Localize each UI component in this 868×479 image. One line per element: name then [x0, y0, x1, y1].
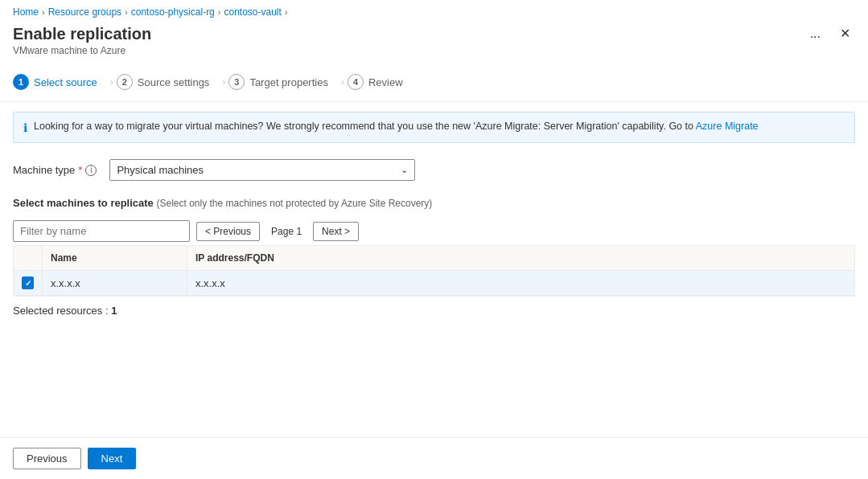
step-divider-2: › [219, 76, 228, 88]
machine-type-select[interactable]: Physical machines ⌄ [109, 159, 415, 181]
footer: Previous Next [0, 437, 868, 479]
table-row[interactable]: x.x.x.x x.x.x.x [14, 271, 854, 296]
breadcrumb-sep-3: › [218, 7, 221, 17]
panel-header-actions: ... ✕ [805, 24, 855, 43]
th-checkbox [14, 246, 43, 270]
panel-header: Enable replication VMware machine to Azu… [0, 21, 868, 63]
step-num-2: 2 [117, 74, 133, 90]
step-label-2: Source settings [138, 76, 210, 88]
th-name: Name [43, 246, 187, 270]
wizard-step-1[interactable]: 1 Select source [13, 69, 107, 95]
machine-type-label-text: Machine type [13, 164, 75, 176]
step-num-4: 4 [348, 74, 364, 90]
previous-page-button[interactable]: < Previous [196, 222, 260, 241]
footer-next-button[interactable]: Next [88, 448, 137, 469]
close-icon: ✕ [840, 26, 850, 41]
step-num-1: 1 [13, 74, 29, 90]
step-label-4: Review [368, 76, 403, 88]
machine-type-row: Machine type * i Physical machines ⌄ [13, 159, 855, 181]
breadcrumb-resource-groups[interactable]: Resource groups [48, 6, 121, 18]
ellipsis-button[interactable]: ... [805, 25, 825, 43]
azure-migrate-link[interactable]: Azure Migrate [696, 121, 759, 132]
wizard-step-4[interactable]: 4 Review [348, 69, 413, 95]
selected-count: 1 [111, 305, 117, 317]
breadcrumb-sep-2: › [125, 7, 128, 17]
info-banner-text-before: Looking for a way to migrate your virtua… [34, 121, 693, 132]
step-divider-1: › [107, 76, 117, 88]
panel-subtitle: VMware machine to Azure [13, 45, 151, 56]
step-label-1: Select source [34, 76, 97, 88]
select-machines-title: Select machines to replicate [13, 197, 154, 209]
machine-type-required: * [78, 164, 82, 176]
selected-label: Selected resources : [13, 305, 109, 317]
select-machines-subtitle: (Select only the machines not protected … [156, 198, 432, 209]
breadcrumb-contoso-physical-rg[interactable]: contoso-physical-rg [131, 6, 215, 18]
selected-resources: Selected resources : 1 [0, 297, 868, 325]
breadcrumb: Home › Resource groups › contoso-physica… [0, 0, 868, 21]
breadcrumb-sep-4: › [285, 7, 288, 17]
wizard-steps: 1 Select source › 2 Source settings › 3 … [0, 63, 868, 102]
select-machines-header: Select machines to replicate (Select onl… [0, 197, 868, 214]
machine-type-value: Physical machines [117, 164, 204, 176]
info-banner-text: Looking for a way to migrate your virtua… [34, 121, 759, 132]
step-divider-3: › [338, 76, 348, 88]
page-label: Page 1 [266, 223, 306, 240]
info-banner: ℹ Looking for a way to migrate your virt… [13, 112, 855, 143]
panel-title-block: Enable replication VMware machine to Azu… [13, 24, 151, 56]
row-checkbox[interactable] [22, 276, 34, 289]
table-header: Name IP address/FQDN [14, 246, 854, 271]
form-section: Machine type * i Physical machines ⌄ [0, 153, 868, 197]
step-num-3: 3 [228, 74, 245, 90]
wizard-step-3[interactable]: 3 Target properties [228, 69, 338, 95]
filter-input[interactable] [13, 220, 190, 242]
next-page-button[interactable]: Next > [313, 222, 359, 241]
table-controls: < Previous Page 1 Next > [0, 214, 868, 245]
machines-table: Name IP address/FQDN x.x.x.x x.x.x.x [13, 245, 855, 297]
machine-type-label: Machine type * i [13, 164, 97, 176]
breadcrumb-home[interactable]: Home [13, 6, 39, 18]
wizard-step-2[interactable]: 2 Source settings [117, 69, 220, 95]
row-name: x.x.x.x [43, 271, 187, 295]
close-button[interactable]: ✕ [835, 24, 855, 43]
footer-previous-button[interactable]: Previous [13, 448, 81, 469]
step-label-3: Target properties [249, 76, 328, 88]
machine-type-info-icon[interactable]: i [85, 165, 97, 176]
breadcrumb-contoso-vault[interactable]: contoso-vault [224, 6, 281, 18]
th-ip: IP address/FQDN [187, 246, 854, 270]
row-checkbox-cell[interactable] [14, 271, 43, 295]
row-ip: x.x.x.x [187, 271, 854, 295]
info-icon: ℹ [23, 121, 27, 134]
panel-title: Enable replication [13, 24, 151, 43]
breadcrumb-sep-1: › [42, 7, 45, 17]
chevron-down-icon: ⌄ [401, 165, 408, 175]
